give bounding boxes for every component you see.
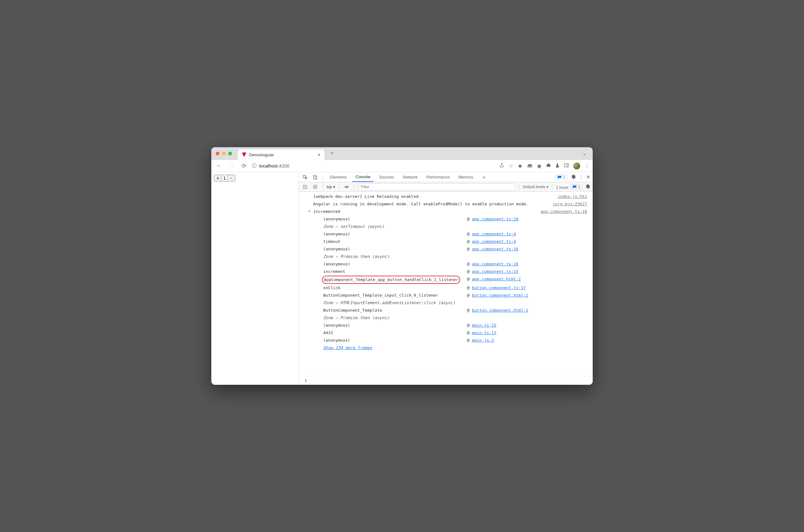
log-text: [webpack-dev-server] Live Reloading enab… xyxy=(313,193,421,200)
tab-console[interactable]: Console xyxy=(352,172,374,182)
profile-avatar[interactable] xyxy=(573,163,580,169)
divider xyxy=(323,174,323,180)
tab-sources[interactable]: Sources xyxy=(376,173,397,182)
source-link[interactable]: main.js:2 xyxy=(472,338,494,343)
filter-input[interactable] xyxy=(358,184,515,190)
console-settings-icon[interactable] xyxy=(585,184,590,190)
messages-chip[interactable]: 1 xyxy=(555,174,567,180)
tab-network[interactable]: Network xyxy=(400,173,421,182)
extension-flask-icon[interactable] xyxy=(555,163,559,169)
source-link[interactable]: button.component.html:1 xyxy=(472,293,528,298)
stack-frame-zone: Zone — setTimeout (async) xyxy=(299,223,593,230)
stack-frame-zone: Zone — HTMLInputElement.addEventListener… xyxy=(299,299,593,307)
stack-frame: (anonymous)@ app.component.ts:16 xyxy=(299,245,593,253)
source-link[interactable]: main.ts:13 xyxy=(472,330,496,335)
incognito-icon[interactable] xyxy=(527,163,533,169)
issues-label: 1 Issue: 1 xyxy=(556,184,582,190)
decrement-button[interactable]: - xyxy=(227,175,235,181)
url-port: :4200 xyxy=(277,163,289,169)
console-sidebar-icon[interactable] xyxy=(301,183,309,191)
extensions-icon[interactable] xyxy=(546,163,551,169)
stack-frame: ButtonComponent_Template@ button.compone… xyxy=(299,307,593,314)
source-link[interactable]: button.component.ts:17 xyxy=(472,285,526,290)
back-button[interactable]: ← xyxy=(214,163,223,169)
at-symbol: @ xyxy=(467,323,472,327)
divider xyxy=(339,184,339,190)
reload-button[interactable]: ⟳ xyxy=(240,163,248,169)
maximize-window-button[interactable] xyxy=(228,152,232,155)
frame-name: Zone — setTimeout (async) xyxy=(313,223,463,230)
live-expression-icon[interactable] xyxy=(343,183,350,191)
share-icon[interactable] xyxy=(499,163,504,169)
at-symbol: @ xyxy=(467,262,472,266)
source-link[interactable]: app.component.ts:4 xyxy=(472,239,516,244)
tab-performance[interactable]: Performance xyxy=(423,173,453,182)
console-group[interactable]: incremented app.component.ts:18 xyxy=(299,208,593,215)
clear-console-icon[interactable] xyxy=(311,183,319,191)
source-link[interactable]: app.component.html:2 xyxy=(472,277,521,281)
minimize-window-button[interactable] xyxy=(222,152,226,155)
chrome-menu-icon[interactable]: ⋮ xyxy=(585,163,590,169)
console-prompt[interactable]: ❯ xyxy=(299,376,593,385)
stack-frame: AppComponent_Template_app_button_handleC… xyxy=(299,276,593,284)
show-more-frames[interactable]: Show 234 more frames xyxy=(299,344,593,352)
tab-memory[interactable]: Memory xyxy=(456,173,476,182)
sidepanel-icon[interactable] xyxy=(564,163,569,169)
forward-button[interactable]: → xyxy=(227,163,236,169)
frame-name: (anonymous) xyxy=(313,246,463,252)
close-window-button[interactable] xyxy=(216,152,219,155)
source-link[interactable]: main.ts:15 xyxy=(472,323,496,327)
tabs-overflow-icon[interactable]: ⌄ xyxy=(580,150,588,156)
issues-chip[interactable]: 1 xyxy=(570,184,582,190)
stack-frame: increment@ app.component.ts:15 xyxy=(299,268,593,276)
svg-rect-2 xyxy=(564,164,568,167)
address-bar: ← → ⟳ ⓘ localhost:4200 ☆ ☻ ◉ ⋮ xyxy=(211,160,593,172)
extension-skull-icon[interactable]: ☻ xyxy=(517,163,523,169)
group-label: incremented xyxy=(313,208,340,215)
url-field[interactable]: ⓘ localhost:4200 xyxy=(252,163,496,169)
execution-context-selector[interactable]: top ▾ xyxy=(327,185,335,189)
divider xyxy=(354,184,355,190)
frame-name: onClick xyxy=(313,284,463,291)
tab-elements[interactable]: Elements xyxy=(327,173,350,182)
tabs-overflow-icon[interactable]: » xyxy=(481,174,487,180)
source-link[interactable]: index.js:551 xyxy=(558,193,587,200)
svg-point-1 xyxy=(530,166,532,167)
stack-frame: ButtonComponent_Template_input_click_0_l… xyxy=(299,292,593,299)
stack-frames: (anonymous)@ app.component.ts:18Zone — s… xyxy=(299,215,593,344)
settings-icon[interactable] xyxy=(571,174,576,180)
titlebar: DemoAngular ✕ + ⌄ xyxy=(211,147,593,160)
bookmark-icon[interactable]: ☆ xyxy=(509,163,513,169)
source-link[interactable]: app.component.ts:4 xyxy=(472,232,516,236)
increment-button[interactable]: + xyxy=(214,175,222,181)
source-link[interactable]: app.component.ts:15 xyxy=(472,269,519,274)
frame-name: (anonymous) xyxy=(313,337,463,344)
frame-name: (anonymous) xyxy=(313,216,463,223)
tab-title: DemoAngular xyxy=(249,153,274,157)
devtools-menu-icon[interactable]: ⋮ xyxy=(579,175,583,179)
source-link[interactable]: app.component.ts:16 xyxy=(472,262,519,266)
source-link[interactable]: core.mjs:25627 xyxy=(553,201,587,208)
source-link[interactable]: app.component.ts:16 xyxy=(472,247,519,251)
extension-eye-icon[interactable]: ◉ xyxy=(537,163,541,169)
device-toggle-icon[interactable] xyxy=(311,173,319,181)
close-tab-icon[interactable]: ✕ xyxy=(317,153,321,157)
url-host: localhost xyxy=(259,163,277,169)
source-link[interactable]: app.component.ts:18 xyxy=(540,208,587,215)
inspect-icon[interactable] xyxy=(301,173,309,181)
close-devtools-icon[interactable]: ✕ xyxy=(586,174,590,180)
source-link[interactable]: app.component.ts:18 xyxy=(472,216,519,221)
stack-frame: (anonymous)@ app.component.ts:18 xyxy=(299,215,593,223)
site-info-icon[interactable]: ⓘ xyxy=(252,163,257,169)
log-levels-selector[interactable]: Default levels ▾ xyxy=(523,185,548,189)
new-tab-button[interactable]: + xyxy=(327,150,337,157)
stack-frame: (anonymous)@ app.component.ts:16 xyxy=(299,260,593,268)
browser-tab[interactable]: DemoAngular ✕ xyxy=(237,149,325,160)
console-toolbar: top ▾ Default levels ▾ 1 Issue: 1 xyxy=(299,182,593,192)
source-link[interactable]: button.component.html:1 xyxy=(472,308,528,312)
stack-frame: 4431@ main.ts:13 xyxy=(299,329,593,337)
page-viewport: + 1 - xyxy=(211,172,299,385)
at-symbol: @ xyxy=(467,293,472,298)
frame-name: Zone — Promise.then (async) xyxy=(313,253,463,260)
at-symbol: @ xyxy=(467,216,472,221)
